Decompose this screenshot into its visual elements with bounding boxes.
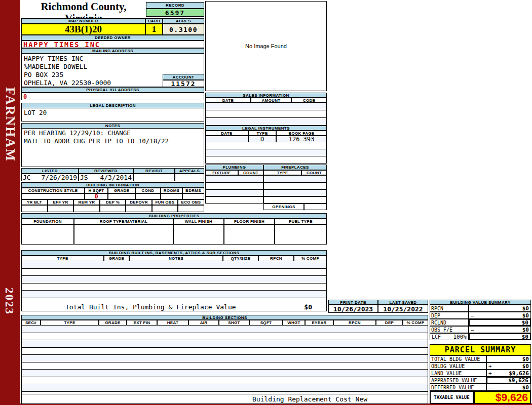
li-col-date: DATE — [205, 131, 248, 136]
building-sections-footer: Building Replacement Cost New — [21, 394, 428, 404]
col-foundation: FOUNDATION — [21, 219, 74, 224]
sales-empty-rows — [205, 103, 327, 126]
col-roof-type: ROOF TYPE/MATERIAL — [74, 219, 173, 224]
legal-instruments-title: LEGAL INSTRUMENTS — [205, 126, 327, 131]
sales-information-title: SALES INFORMATION — [205, 93, 327, 98]
property-record-card: FARNHAM 2023 Richmond County, Virginia C… — [0, 0, 532, 405]
building-info-value-1: 0 — [21, 193, 204, 199]
tax-year-label: 2023 — [3, 288, 16, 315]
col-eff-yr: EFF YR — [48, 199, 73, 205]
bvs-value-dep: $0 — [522, 312, 529, 319]
print-info-header: PRINT DATE LAST SAVED — [328, 300, 428, 305]
fun-obs-cell — [152, 205, 178, 212]
ps-op-land: + — [488, 370, 492, 377]
openings-label: OPENINGS — [263, 204, 304, 210]
building-info-value-2 — [21, 205, 204, 212]
li-col-book-page: BOOK PAGE — [276, 131, 327, 136]
col-grade: GRADE — [108, 188, 135, 193]
legal-instrument-row: D 126 393 — [205, 136, 327, 142]
replacement-cost-label: Building Replacement Cost New — [22, 395, 367, 403]
bi-col-qty-size: QTY/SIZE — [223, 256, 258, 261]
sales-col-code: CODE — [291, 98, 327, 103]
ps-value-deferred: $0 — [522, 384, 529, 391]
dep-pct-cell — [100, 205, 126, 212]
legal-description-value: LOT 20 — [21, 108, 204, 122]
ps-label-deferred: DEFERRED VALUE — [430, 384, 486, 391]
last-saved-label: LAST SAVED — [378, 300, 428, 305]
ps-label-appraised: APPRAISED VALUE — [430, 377, 486, 384]
building-value-summary-table: RPCN $0 DEP –$0 RCLND $0 OBS F/E –$0 LCF… — [430, 305, 531, 340]
bvs-row-dep: DEP –$0 — [430, 312, 531, 319]
reviewed-cell: JS 4/3/2014 — [79, 174, 133, 181]
ps-label-obldg: OBLDG VALUE — [430, 362, 486, 370]
taxable-value-label: TAXABLE VALUE — [430, 391, 474, 404]
ps-value-appraised: $9,626 — [508, 377, 528, 384]
building-sections-title: BUILDING SECTIONS — [21, 315, 428, 320]
openings-value-cell — [304, 204, 327, 210]
bs-col-sqft: SQFT — [249, 320, 283, 326]
visits-col-revisit: REVISIT — [133, 168, 175, 174]
built-ins-header: TYPE GRADE NOTES QTY/SIZE RPCN % COMP — [21, 256, 327, 261]
listed-cell: JC 7/26/2019 — [21, 174, 79, 181]
ps-op-deferred: – — [488, 384, 492, 391]
bvs-value-lcf: $0 — [522, 334, 528, 340]
col-eco-obs: ECO OBS — [178, 199, 204, 205]
roof-type-cell — [74, 224, 173, 245]
col-depovr: DEPOVR — [126, 199, 152, 205]
revisit-cell — [133, 174, 175, 181]
fp-col-count: COUNT — [301, 170, 327, 175]
construction-style-cell — [21, 193, 85, 199]
col-rem-yr: REM YR — [73, 199, 100, 205]
building-properties-values — [21, 224, 327, 245]
ps-value-total-bldg: $0 — [522, 356, 529, 362]
visits-col-reviewed: REVIEWED — [79, 168, 133, 174]
plumbing-fireplaces-header: FIXTURE COUNT TYPE COUNT — [205, 170, 327, 175]
rooms-cell — [161, 193, 182, 199]
floor-finish-cell — [224, 224, 275, 245]
physical-address-value: 0 — [21, 93, 204, 100]
col-cond: COND — [135, 188, 161, 193]
bvs-value-obs: $0 — [522, 327, 529, 333]
bvs-label-lcf: LCF — [432, 334, 441, 340]
bs-col-ext-fin: EXT FIN — [127, 320, 157, 326]
district-sidebar: FARNHAM 2023 — [0, 0, 20, 405]
ps-row-total-bldg: TOTAL BLDG VALUE $0 — [430, 355, 531, 362]
bvs-row-rpcn: RPCN $0 — [430, 305, 531, 312]
eff-yr-cell — [48, 205, 73, 212]
col-construction-style: CONSTRUCTION STYLE — [21, 188, 85, 193]
record-label: RECORD — [146, 2, 204, 9]
bi-col-grade: GRADE — [104, 256, 129, 261]
bvs-pct-lcf: 100% — [453, 334, 467, 340]
listed-date: 7/26/2019 — [42, 174, 77, 181]
built-ins-empty-rows — [21, 261, 327, 305]
col-rooms: ROOMS — [161, 188, 182, 193]
bvs-label-rclnd: RCLND — [430, 319, 469, 326]
bs-col-rpcn: RPCN — [333, 320, 376, 326]
visits-header-row: LISTED REVIEWED REVISIT APPEALS — [21, 168, 204, 174]
col-fuel-type: FUEL TYPE — [275, 219, 327, 224]
bvs-value-rclnd: $0 — [522, 319, 528, 326]
mailing-line-2: %MADELINE DOWELL — [24, 63, 204, 71]
bs-col-grade: GRADE — [99, 320, 127, 326]
built-ins-total-row: Total Built Ins, Plumbing & Fireplace Va… — [21, 303, 327, 311]
bs-col-whgt: WHGT — [283, 320, 305, 326]
ps-value-obldg: $0 — [522, 363, 529, 370]
grade-cell — [108, 193, 135, 199]
notes-block: PER HEARING 12/29/10: CHANGE MAIL TO ADD… — [21, 129, 204, 167]
mailing-address-label: MAILING ADDRESS — [21, 48, 204, 54]
card-label: CARD — [145, 18, 163, 24]
bvs-row-lcf: LCF100% $0 — [430, 333, 531, 340]
district-name-label: FARNHAM — [3, 87, 18, 162]
col-yr-blt: YR BLT — [21, 199, 48, 205]
deeded-owner-value: HAPPY TIMES INC — [21, 40, 204, 48]
ps-label-total-bldg: TOTAL BLDG VALUE — [430, 355, 486, 362]
bvs-label-obs: OBS F/E — [430, 326, 469, 333]
ps-op-obldg: + — [488, 363, 492, 370]
col-wall-finish: WALL FINISH — [173, 219, 224, 224]
built-ins-total-label: Total Built Ins, Plumbing & Fireplace Va… — [22, 303, 236, 311]
account-number: 11572 — [163, 80, 204, 87]
record-number: 6597 — [146, 9, 204, 17]
bdrms-cell — [182, 193, 204, 199]
ps-label-land: LAND VALUE — [430, 370, 486, 377]
col-floor-finish: FLOOR FINISH — [224, 219, 275, 224]
